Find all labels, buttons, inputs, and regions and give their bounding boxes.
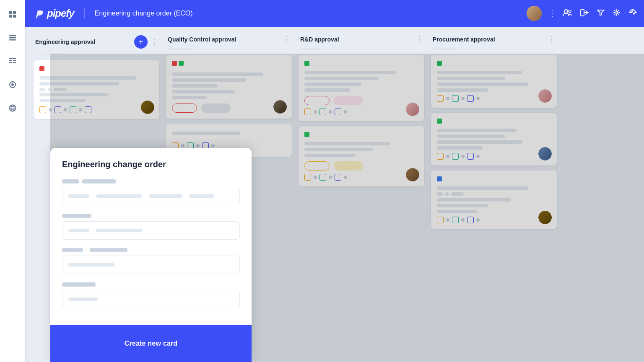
card-tag: [304, 132, 309, 137]
card-line: [437, 198, 511, 202]
dot: [445, 192, 449, 196]
card-line: [304, 148, 373, 151]
dot: [446, 155, 449, 158]
card-icon-dot: [49, 108, 52, 111]
label-text: [62, 214, 91, 218]
form-input-3[interactable]: [62, 256, 240, 274]
svg-rect-7: [9, 58, 16, 59]
label-text: [62, 179, 79, 184]
card-badge-solid: [201, 103, 231, 113]
column-menu-icon[interactable]: ⋮: [548, 35, 555, 43]
card-icon: [335, 109, 341, 115]
dot: [476, 218, 480, 222]
card-icon: [452, 153, 459, 160]
form-input-2[interactable]: [62, 221, 240, 240]
card[interactable]: [299, 55, 424, 121]
sign-in-icon[interactable]: [580, 9, 589, 18]
card-detail: [451, 192, 464, 196]
card-icon-check: [70, 106, 76, 113]
card-line: [304, 154, 356, 157]
sidebar-item-table[interactable]: [5, 54, 20, 69]
column-title: Quality Control approval: [168, 36, 280, 43]
card-icon: [452, 95, 459, 102]
svg-rect-0: [9, 11, 12, 14]
card-line: [304, 88, 350, 92]
form-field-1: [62, 179, 240, 205]
card-icon-link: [55, 106, 61, 113]
card-avatar: [538, 89, 552, 103]
modal-body: Engineering change order: [50, 148, 252, 325]
column-menu-icon[interactable]: ⋮: [416, 35, 423, 43]
card-footer-icons: [437, 217, 551, 223]
dot: [329, 110, 332, 114]
config-icon[interactable]: [613, 9, 621, 18]
svg-rect-11: [13, 62, 16, 63]
card-footer: [304, 96, 418, 105]
user-avatar[interactable]: [527, 6, 542, 21]
card-line: [437, 140, 522, 144]
svg-rect-6: [9, 39, 16, 41]
form-field-2: [62, 214, 240, 240]
card[interactable]: [431, 113, 557, 165]
svg-rect-2: [9, 15, 12, 18]
column-engineering-approval: Engineering approval + ⋮: [34, 35, 159, 119]
card[interactable]: [431, 55, 557, 108]
card-icon-dot: [79, 108, 82, 111]
column-header: Quality Control approval ⋮: [166, 35, 292, 43]
create-new-card-button[interactable]: Create new card: [62, 334, 240, 354]
column-menu-icon[interactable]: ⋮: [151, 38, 158, 46]
members-icon[interactable]: [563, 9, 572, 18]
dot: [446, 97, 449, 100]
svg-point-13: [11, 83, 14, 86]
card-line: [437, 134, 505, 138]
svg-point-21: [564, 10, 568, 13]
card-line: [39, 76, 136, 80]
form-input-1[interactable]: [62, 187, 240, 205]
dot: [314, 110, 317, 114]
card-detail: [54, 88, 66, 91]
svg-rect-23: [581, 9, 584, 16]
dot: [461, 218, 465, 222]
create-card-modal: Engineering change order: [50, 148, 252, 362]
card-icon: [437, 153, 444, 160]
card-detail: [437, 192, 443, 196]
sidebar-item-grid[interactable]: [5, 7, 20, 22]
header-more-icon[interactable]: ⋮: [547, 7, 558, 20]
card-line: [39, 99, 85, 102]
sidebar-item-global[interactable]: [5, 101, 20, 116]
integration-icon[interactable]: [629, 9, 637, 18]
card-footer: [172, 103, 286, 113]
card-line: [172, 132, 240, 135]
card-line: [172, 90, 235, 93]
card-tag: [437, 176, 442, 181]
card-line: [437, 186, 528, 190]
card-line: [172, 78, 246, 82]
input-placeholder: [68, 194, 89, 198]
card-line: [172, 96, 206, 99]
card-footer-icons: [304, 174, 418, 181]
card-line: [437, 71, 522, 74]
card-avatar: [406, 103, 419, 116]
sidebar-item-automation[interactable]: [5, 77, 20, 92]
dot: [181, 144, 184, 147]
form-input-4[interactable]: [62, 290, 240, 308]
card-avatar: [273, 100, 287, 114]
card-line: [437, 88, 488, 92]
card[interactable]: [166, 55, 292, 119]
input-placeholder: [68, 229, 89, 232]
dot: [314, 176, 317, 179]
card[interactable]: [431, 171, 557, 229]
card[interactable]: [34, 60, 159, 119]
column-title: Procurement approval: [433, 36, 545, 43]
sidebar-item-list[interactable]: [5, 30, 20, 45]
input-placeholder: [68, 263, 114, 266]
card-avatar: [141, 101, 154, 114]
svg-rect-3: [13, 15, 16, 18]
card-detail: [39, 88, 45, 91]
column-add-button[interactable]: +: [134, 35, 148, 49]
dot: [461, 155, 465, 158]
column-menu-icon[interactable]: ⋮: [283, 35, 290, 43]
filter-icon[interactable]: [597, 9, 605, 18]
svg-rect-1: [13, 11, 16, 14]
card[interactable]: [299, 126, 424, 186]
